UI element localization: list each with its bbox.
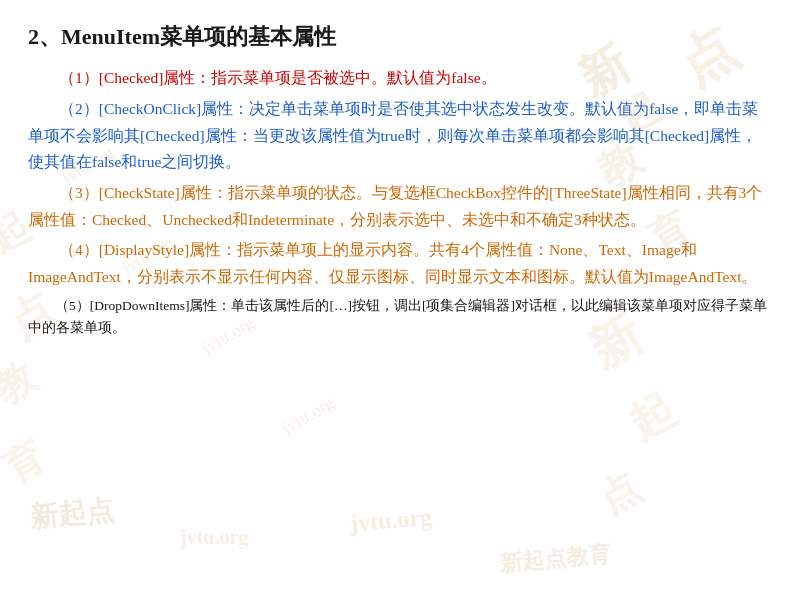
para-1: （1）[Checked]属性：指示菜单项是否被选中。默认值为false。 [28,65,772,92]
content-block: （1）[Checked]属性：指示菜单项是否被选中。默认值为false。 （2）… [28,65,772,339]
para-2-text: （2）[CheckOnClick]属性：决定单击菜单项时是否使其选中状态发生改变… [28,100,758,170]
para-4-text: （4）[DisplayStyle]属性：指示菜单项上的显示内容。共有4个属性值：… [28,241,758,285]
page-container: 新 起 点 教 育 新 起 点 起 点 教 育 新起点 jvtu.org jvt… [0,0,800,600]
para-3: （3）[CheckState]属性：指示菜单项的状态。与复选框CheckBox控… [28,180,772,233]
para-5-text: （5）[DropDownItems]属性：单击该属性后的[…]按钮，调出[项集合… [28,298,767,335]
section-title: 2、MenuItem菜单项的基本属性 [28,18,772,55]
para-5: （5）[DropDownItems]属性：单击该属性后的[…]按钮，调出[项集合… [28,295,772,340]
para-2: （2）[CheckOnClick]属性：决定单击菜单项时是否使其选中状态发生改变… [28,96,772,176]
para-4: （4）[DisplayStyle]属性：指示菜单项上的显示内容。共有4个属性值：… [28,237,772,290]
para-1-text: （1）[Checked]属性：指示菜单项是否被选中。默认值为false。 [59,69,497,86]
para-3-text: （3）[CheckState]属性：指示菜单项的状态。与复选框CheckBox控… [28,184,762,228]
